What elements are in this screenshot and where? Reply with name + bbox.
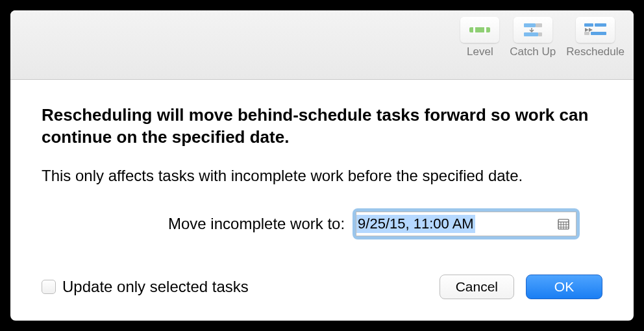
svg-rect-5 <box>524 32 538 36</box>
reschedule-label: Reschedule <box>566 45 625 58</box>
svg-rect-6 <box>538 32 542 36</box>
update-selected-checkbox[interactable]: Update only selected tasks <box>42 278 249 296</box>
dialog-content: Rescheduling will move behind-schedule t… <box>10 80 634 317</box>
svg-rect-7 <box>584 23 593 27</box>
checkbox-label: Update only selected tasks <box>62 278 249 296</box>
ok-button[interactable]: OK <box>526 275 602 299</box>
date-field-row: Move incomplete work to: 9/25/15, 11:00 … <box>42 208 602 239</box>
date-focus-ring: 9/25/15, 11:00 AM <box>353 208 580 239</box>
dialog-footer: Update only selected tasks Cancel OK <box>42 275 602 299</box>
reschedule-icon <box>576 17 615 43</box>
date-input[interactable]: 9/25/15, 11:00 AM <box>356 212 576 236</box>
catchup-icon <box>514 17 552 43</box>
dialog-subtext: This only affects tasks with incomplete … <box>42 167 602 185</box>
svg-rect-10 <box>591 32 606 35</box>
level-icon <box>460 17 499 43</box>
cancel-button[interactable]: Cancel <box>440 275 514 299</box>
level-button[interactable]: Level <box>460 17 499 75</box>
dialog-heading: Rescheduling will move behind-schedule t… <box>42 104 602 149</box>
toolbar: Level Catch Up <box>10 10 634 80</box>
reschedule-dialog: Level Catch Up <box>10 10 634 321</box>
level-label: Level <box>467 45 493 58</box>
svg-rect-3 <box>524 23 536 27</box>
date-value-text: 9/25/15, 11:00 AM <box>356 215 475 233</box>
reschedule-button[interactable]: Reschedule <box>566 17 625 75</box>
checkbox-box <box>42 280 56 294</box>
svg-rect-2 <box>484 26 486 34</box>
svg-rect-9 <box>584 32 589 35</box>
svg-rect-1 <box>473 26 475 34</box>
calendar-icon[interactable] <box>556 217 571 231</box>
svg-rect-0 <box>469 27 490 32</box>
catchup-label: Catch Up <box>510 45 556 58</box>
date-field-label: Move incomplete work to: <box>168 215 345 233</box>
catchup-button[interactable]: Catch Up <box>510 17 556 75</box>
svg-rect-8 <box>595 23 606 27</box>
svg-rect-4 <box>536 23 542 27</box>
